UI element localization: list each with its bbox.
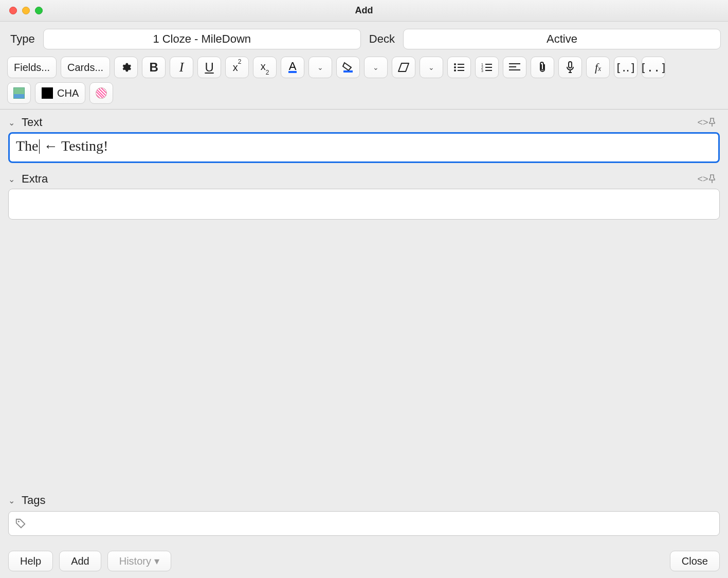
ordered-list-button[interactable]: 123 (475, 57, 499, 78)
deck-selector[interactable]: Active (403, 29, 721, 49)
subscript-icon: x2 (261, 61, 269, 74)
italic-icon: I (179, 60, 184, 75)
svg-rect-16 (569, 62, 572, 68)
align-icon (509, 63, 520, 72)
highlight-dropdown[interactable]: ⌄ (364, 57, 388, 78)
svg-rect-0 (343, 70, 353, 73)
field-extra-label: Extra (22, 172, 48, 186)
svg-point-1 (454, 63, 456, 65)
color-swatch-icon (42, 87, 53, 99)
unordered-list-button[interactable] (447, 57, 471, 78)
pin-icon[interactable] (708, 174, 720, 184)
addon-button[interactable] (89, 82, 113, 104)
clear-format-button[interactable] (392, 57, 415, 78)
tag-icon (15, 518, 26, 529)
field-text-value-before: The (16, 138, 39, 154)
field-extra: ⌄ Extra <> (8, 172, 720, 220)
eraser-icon (397, 62, 410, 73)
record-audio-button[interactable] (558, 57, 582, 78)
superscript-icon: x2 (233, 61, 242, 74)
paperclip-icon (538, 61, 547, 74)
chevron-down-icon: ⌄ (428, 63, 434, 71)
text-cursor (39, 139, 40, 154)
unordered-list-icon (453, 63, 465, 72)
cards-button[interactable]: Cards... (61, 57, 110, 78)
equation-button[interactable]: fx (586, 57, 610, 78)
cha-color-button[interactable]: CHA (35, 82, 85, 104)
gear-icon (120, 62, 132, 73)
image-occlusion-button[interactable] (7, 82, 31, 104)
bold-button[interactable]: B (142, 57, 166, 78)
highlight-icon (342, 62, 354, 73)
svg-rect-13 (509, 63, 520, 64)
deck-value: Active (547, 32, 577, 46)
clear-format-dropdown[interactable]: ⌄ (420, 57, 443, 78)
svg-text:3: 3 (481, 69, 483, 72)
note-type-selector[interactable]: 1 Cloze - MileDown (43, 29, 361, 49)
subscript-button[interactable]: x2 (253, 57, 277, 78)
collapse-toggle[interactable]: ⌄ (8, 118, 17, 128)
type-label: Type (7, 32, 38, 46)
svg-rect-15 (509, 69, 520, 70)
fields-button[interactable]: Fields... (7, 57, 57, 78)
function-icon: fx (595, 61, 601, 74)
type-deck-row: Type 1 Cloze - MileDown Deck Active (0, 22, 728, 53)
add-button[interactable]: Add (59, 551, 101, 571)
field-text-value-after: ← Testing! (40, 138, 108, 154)
field-text-input[interactable]: The ← Testing! (8, 132, 720, 163)
collapse-toggle[interactable]: ⌄ (8, 174, 17, 184)
cloze-same-icon: [..] (640, 61, 667, 74)
microphone-icon (566, 61, 574, 74)
svg-point-5 (454, 69, 456, 71)
svg-rect-14 (509, 66, 516, 67)
chevron-down-icon: ⌄ (317, 63, 323, 71)
text-color-button[interactable]: A (281, 57, 304, 78)
tags-label: Tags (22, 494, 45, 507)
pin-icon[interactable] (708, 118, 720, 127)
highlight-button[interactable] (336, 57, 360, 78)
image-icon (13, 87, 25, 99)
addon-icon (96, 87, 107, 99)
bottom-bar: Help Add History ▾ Close (0, 544, 728, 578)
svg-rect-12 (485, 70, 492, 71)
underline-icon: U (205, 60, 213, 75)
attach-button[interactable] (531, 57, 554, 78)
field-text: ⌄ Text <> The ← Testing! (8, 116, 720, 163)
html-toggle-icon[interactable]: <> (697, 174, 708, 185)
underline-button[interactable]: U (197, 57, 221, 78)
tags-section: ⌄ Tags (0, 494, 728, 536)
cloze-button[interactable]: [‥] (614, 57, 638, 78)
cha-label: CHA (57, 87, 79, 99)
svg-rect-6 (458, 70, 464, 71)
history-button[interactable]: History ▾ (107, 551, 171, 571)
svg-rect-8 (485, 64, 492, 65)
field-extra-input[interactable] (8, 189, 720, 220)
field-text-label: Text (22, 116, 42, 129)
superscript-button[interactable]: x2 (225, 57, 249, 78)
collapse-toggle[interactable]: ⌄ (8, 496, 17, 505)
svg-point-3 (454, 66, 456, 68)
window-title: Add (0, 5, 728, 16)
svg-point-17 (18, 521, 20, 522)
cloze-same-button[interactable]: [..] (642, 57, 665, 78)
fields-area: ⌄ Text <> The ← Testing! ⌄ Extra <> (0, 110, 728, 231)
help-button[interactable]: Help (8, 551, 53, 571)
tags-input[interactable] (8, 511, 720, 536)
close-button[interactable]: Close (670, 551, 720, 571)
text-color-icon: A (288, 62, 297, 73)
alignment-button[interactable] (503, 57, 526, 78)
text-color-dropdown[interactable]: ⌄ (308, 57, 332, 78)
svg-rect-2 (458, 64, 464, 65)
bold-icon: B (149, 60, 158, 75)
editor-toolbar: Fields... Cards... B I U x2 x2 A ⌄ ⌄ ⌄ (0, 53, 728, 110)
note-type-value: 1 Cloze - MileDown (153, 32, 251, 46)
cloze-icon: [‥] (615, 61, 636, 74)
html-toggle-icon[interactable]: <> (697, 117, 708, 128)
italic-button[interactable]: I (170, 57, 193, 78)
svg-rect-10 (485, 67, 492, 68)
deck-label: Deck (366, 32, 398, 46)
title-bar: Add (0, 0, 728, 22)
chevron-down-icon: ⌄ (373, 63, 379, 71)
options-button[interactable] (114, 57, 138, 78)
svg-rect-4 (458, 67, 464, 68)
